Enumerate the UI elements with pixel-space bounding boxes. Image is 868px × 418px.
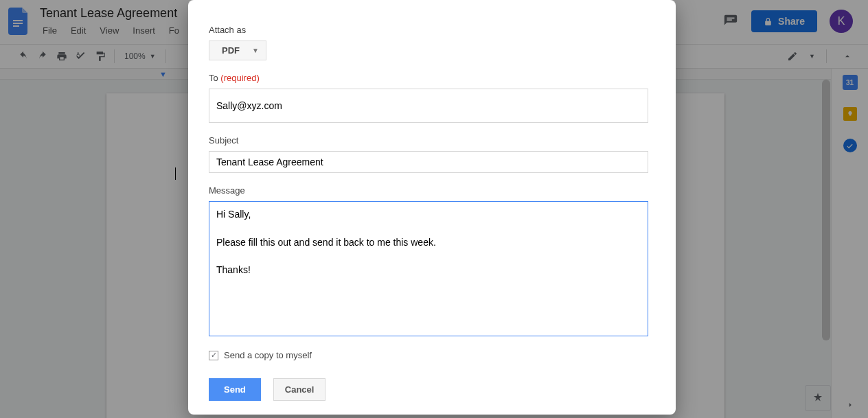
email-dialog: Attach as PDF ▼ To (required) Subject Me… <box>188 0 676 415</box>
attach-as-dropdown[interactable]: PDF ▼ <box>209 40 266 60</box>
send-copy-label: Send a copy to myself <box>224 350 312 360</box>
message-field[interactable] <box>209 201 648 336</box>
required-indicator: (required) <box>220 73 259 83</box>
send-copy-checkbox-row[interactable]: ✓ Send a copy to myself <box>209 350 648 360</box>
message-label: Message <box>209 185 648 196</box>
to-label: To (required) <box>209 73 648 83</box>
subject-field[interactable] <box>209 151 648 173</box>
checkbox-icon[interactable]: ✓ <box>209 351 218 360</box>
send-button[interactable]: Send <box>209 378 261 401</box>
attach-as-value: PDF <box>222 45 240 56</box>
dialog-content: Attach as PDF ▼ To (required) Subject Me… <box>209 25 648 415</box>
cancel-button[interactable]: Cancel <box>273 378 326 401</box>
to-field[interactable] <box>209 89 648 123</box>
subject-label: Subject <box>209 135 648 146</box>
attach-as-label: Attach as <box>209 25 648 35</box>
chevron-down-icon: ▼ <box>252 47 259 54</box>
